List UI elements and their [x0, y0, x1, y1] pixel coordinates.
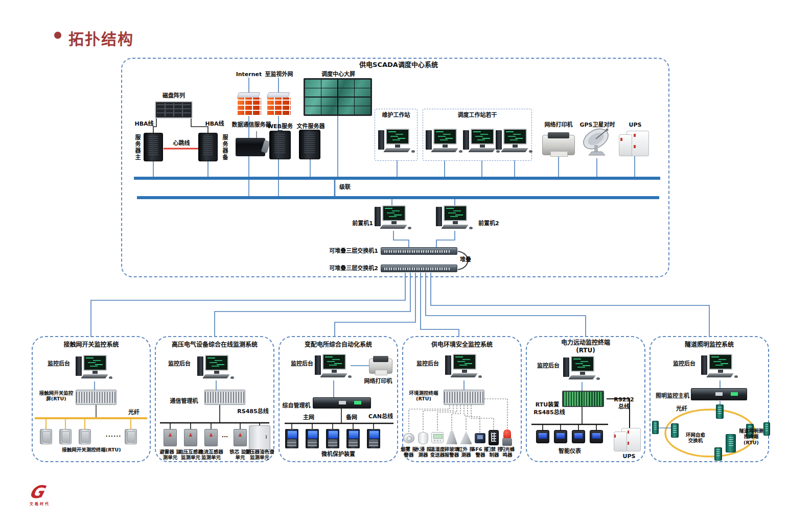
- smart-meter-icon: [536, 430, 549, 443]
- sub1-fiber-label: 光纤: [124, 409, 144, 416]
- layer3-switch-2-icon: [381, 265, 457, 272]
- smart-meter-icon: [554, 430, 567, 443]
- web-server-icon: [269, 131, 291, 159]
- layer3-switch-2-label: 可堆叠三层交换机2: [316, 265, 378, 272]
- subsystem-drop-links: [91, 273, 709, 337]
- rtu-panel-icon: [76, 390, 117, 405]
- video-wall-icon: [304, 78, 372, 116]
- sub2-u3-label: 电流互感器 监测单元: [196, 449, 226, 461]
- sub3-devices-label: 微机保护装置: [301, 451, 375, 458]
- sub5-backend-label: 监控后台: [535, 363, 562, 370]
- smoke-sensor-icon: [403, 433, 414, 443]
- front-end-2-icon: [436, 205, 474, 231]
- sub6-ring-switch-label: 环网自愈 交换机: [683, 432, 708, 444]
- disk-array-icon: [155, 101, 193, 118]
- sub3-backup-net-label: 备网: [342, 414, 361, 421]
- protection-device-icon: [367, 429, 380, 448]
- logo-mark: G: [28, 483, 46, 500]
- terminal-icon: [40, 429, 52, 444]
- workstation-icon: [463, 129, 501, 154]
- sub1-rtu-panel-label: 接触网开关监控屏(RTU): [39, 390, 74, 402]
- sub3-main-net-label: 主网: [299, 414, 318, 421]
- sf6-sensor-icon: [475, 433, 485, 443]
- lighting-host-icon: [691, 388, 747, 400]
- flash-alarm-icon: [502, 429, 512, 446]
- primary-server-label: 服务器主: [133, 134, 141, 161]
- sub5-bus485-label: RS485总线: [532, 409, 566, 416]
- sub3-backend-label: 监控后台: [288, 361, 316, 368]
- sub6-title: 隧道照明监控系统: [649, 341, 769, 349]
- sub2-dots: ...: [218, 432, 232, 439]
- firewall-icon: [237, 92, 261, 116]
- terminal-icon: [79, 429, 91, 444]
- fiber-switch-icon: [716, 404, 724, 419]
- workstation-icon: [701, 354, 739, 379]
- primary-server-icon: [144, 133, 163, 161]
- network-printer-label: 网络打印机: [542, 122, 575, 129]
- protection-device-icon: [285, 429, 298, 448]
- sub4-title: 供电环境安全监控系统: [402, 341, 522, 349]
- sub5-rtu-label: RTU装置: [532, 401, 562, 409]
- printer-icon: [542, 135, 575, 155]
- workstation-icon: [496, 129, 533, 154]
- company-logo: G 文格时代: [30, 483, 71, 511]
- comm-manager-icon: [204, 390, 245, 405]
- data-comm-server-icon: [236, 138, 265, 156]
- terminal-icon: [59, 429, 72, 444]
- env-rtu-icon: [444, 390, 484, 405]
- big-screen-label: 调度中心大屏: [316, 71, 361, 78]
- sub4-backend-label: 监控后台: [414, 361, 442, 368]
- backup-server-icon: [198, 133, 218, 161]
- access-control-icon: [489, 430, 499, 445]
- file-server-label: 文件服务器: [295, 123, 326, 130]
- sub6-fiber-label: 光纤: [671, 405, 692, 413]
- sub6-backend-label: 监控后台: [670, 361, 698, 368]
- workstation-icon: [197, 355, 235, 380]
- firewall-icon: [266, 92, 291, 116]
- terminal-icon: [125, 429, 137, 444]
- scada-center-title: 供电SCADA调度中心系统: [317, 61, 480, 69]
- monitor-unit-icon: [164, 429, 177, 446]
- ups-label: UPS: [625, 122, 645, 129]
- sub3-title: 变配电所综合自动化系统: [279, 341, 398, 349]
- sub3-can-bus-label: CAN总线: [366, 413, 396, 420]
- monitor-unit-icon: [234, 429, 247, 446]
- sub1-backend-label: 监控后台: [45, 361, 73, 368]
- backup-server-label: 服务器备: [220, 134, 228, 161]
- to-surveillance-label: 至监视外网: [263, 71, 295, 78]
- disk-array-label: 磁盘阵列: [155, 92, 193, 100]
- sub5-bus232-label: RS232 总线: [611, 396, 637, 411]
- water-sensor-icon: [418, 432, 428, 444]
- temp-humidity-sensor-icon: [431, 432, 444, 443]
- fiber-switch-icon: [652, 421, 659, 434]
- dispatch-stations-label: 调度工作站若干: [423, 112, 532, 119]
- sub5-ups-label: UPS: [618, 453, 640, 460]
- sub1-dots: ......: [101, 432, 126, 439]
- hba-left-label: HBA线: [132, 121, 156, 128]
- workstation-icon: [563, 356, 601, 381]
- ups-icon: [621, 428, 641, 451]
- smart-meter-icon: [590, 430, 603, 443]
- scada-center-box: [121, 58, 669, 277]
- sub2-comm-mgr-label: 通信管理机: [166, 398, 202, 405]
- sub1-title: 接触网开关监控系统: [32, 341, 151, 349]
- sub4-rtu-label: 环境测控终端 (RTU): [407, 390, 440, 402]
- satellite-dish-icon: [581, 127, 613, 157]
- sub5-title: 电力远动监控终端: [526, 339, 645, 347]
- front-end-1-icon: [375, 205, 412, 231]
- monitor-unit-icon: [184, 429, 197, 446]
- internet-label: Internet: [234, 71, 264, 78]
- sub2-title: 高压电气设备综合在线监测系统: [155, 341, 274, 349]
- heartbeat-label: 心跳线: [168, 140, 195, 147]
- workstation-icon: [378, 129, 416, 154]
- cabinet-icon: [249, 425, 270, 450]
- protection-device-icon: [346, 429, 360, 448]
- sub3-printer-label: 网络打印机: [359, 378, 398, 385]
- automation-manager-icon: [313, 397, 371, 409]
- protection-device-icon: [306, 429, 319, 448]
- layer3-switch-1-icon: [381, 247, 457, 255]
- stack-label: 堆叠: [460, 256, 477, 264]
- sub1-terminal-label: 接触网开关测控终端(RTU): [37, 447, 146, 452]
- sub2-u5-label: 变压器油色谱 监测单元: [244, 449, 275, 461]
- hba-right-label: HBA线: [202, 121, 227, 128]
